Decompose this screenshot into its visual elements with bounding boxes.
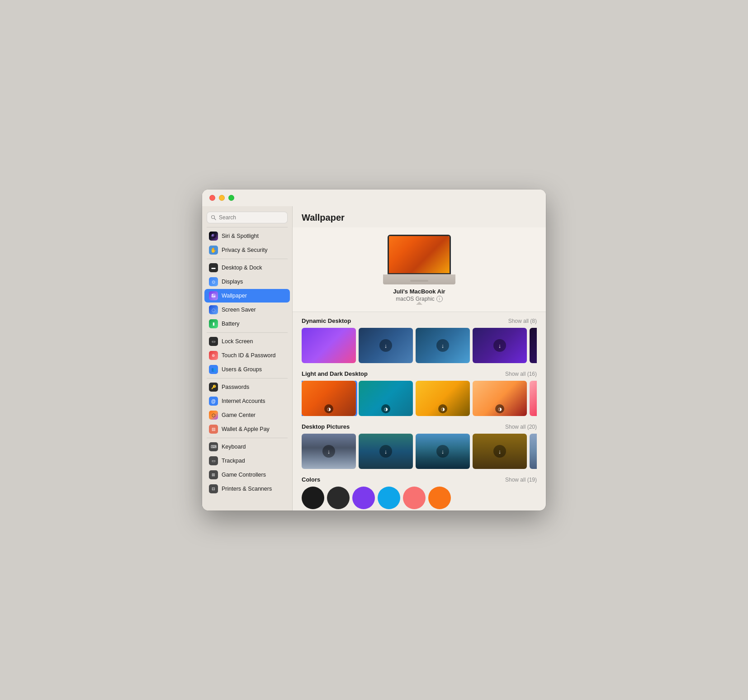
laptop-wallpaper-preview bbox=[389, 236, 450, 273]
sidebar-item-passwords[interactable]: 🔑 Passwords bbox=[204, 380, 290, 394]
wallpaper-icon bbox=[209, 291, 218, 300]
light-dark-badge: ◑ bbox=[324, 404, 333, 413]
color-swatch[interactable] bbox=[302, 487, 324, 509]
users-icon: 👥 bbox=[209, 365, 218, 374]
wallpaper-thumb[interactable]: ◑ bbox=[359, 381, 413, 416]
light-dark-badge: ◑ bbox=[438, 404, 447, 413]
maximize-button[interactable] bbox=[228, 195, 234, 201]
sidebar-item-wallet[interactable]: ▤ Wallet & Apple Pay bbox=[204, 422, 290, 436]
colors-grid bbox=[302, 487, 537, 509]
sidebar-item-privacy-security[interactable]: ✋ Privacy & Security bbox=[204, 243, 290, 257]
sidebar-item-label: Screen Saver bbox=[222, 307, 256, 313]
sidebar-item-trackpad[interactable]: ▭ Trackpad bbox=[204, 454, 290, 468]
trackpad-icon: ▭ bbox=[209, 456, 218, 465]
dynamic-desktop-title: Dynamic Desktop bbox=[302, 317, 351, 324]
wallpaper-thumb[interactable]: ↓ bbox=[416, 434, 470, 469]
sidebar-item-label: Users & Groups bbox=[222, 366, 262, 373]
sidebar: Siri & Spotlight ✋ Privacy & Security ▬ … bbox=[202, 206, 293, 511]
sidebar-item-screensaver[interactable]: ◌ Screen Saver bbox=[204, 303, 290, 317]
color-swatch[interactable] bbox=[403, 487, 426, 509]
light-dark-header: Light and Dark Desktop Show all (16) bbox=[302, 370, 537, 377]
light-dark-show-all[interactable]: Show all (16) bbox=[505, 371, 537, 377]
download-badge: ↓ bbox=[379, 339, 392, 352]
sidebar-item-touchid[interactable]: ⊕ Touch ID & Password bbox=[204, 349, 290, 362]
sidebar-item-desktop-dock[interactable]: ▬ Desktop & Dock bbox=[204, 261, 290, 274]
sidebar-item-internet[interactable]: @ Internet Accounts bbox=[204, 394, 290, 408]
color-swatch[interactable] bbox=[352, 487, 375, 509]
wallpaper-thumb[interactable]: ◑ bbox=[416, 381, 470, 416]
sidebar-item-label: Desktop & Dock bbox=[222, 265, 262, 271]
download-badge: ↓ bbox=[493, 445, 506, 458]
wallpaper-thumb[interactable] bbox=[302, 328, 356, 363]
sidebar-item-label: Printers & Scanners bbox=[222, 486, 272, 492]
main-content: Wallpaper Juli's MacBook Air macOS Graph… bbox=[293, 206, 546, 511]
sidebar-item-label: Lock Screen bbox=[222, 338, 253, 345]
system-preferences-window: Siri & Spotlight ✋ Privacy & Security ▬ … bbox=[202, 189, 546, 511]
sidebar-item-users[interactable]: 👥 Users & Groups bbox=[204, 363, 290, 376]
sidebar-separator-4 bbox=[207, 378, 288, 378]
wallet-icon: ▤ bbox=[209, 425, 218, 434]
device-name: Juli's MacBook Air bbox=[393, 288, 445, 295]
colors-show-all[interactable]: Show all (19) bbox=[505, 477, 537, 483]
sidebar-item-label: Game Controllers bbox=[222, 472, 266, 478]
sidebar-item-battery[interactable]: ▮ Battery bbox=[204, 317, 290, 331]
light-dark-badge: ◑ bbox=[495, 404, 504, 413]
sidebar-item-gamecontrollers[interactable]: ⊞ Game Controllers bbox=[204, 468, 290, 482]
sidebar-separator-top bbox=[207, 227, 288, 227]
sidebar-item-wallpaper[interactable]: Wallpaper bbox=[204, 289, 290, 303]
sidebar-item-displays[interactable]: ⊙ Displays bbox=[204, 275, 290, 289]
content-area: Siri & Spotlight ✋ Privacy & Security ▬ … bbox=[202, 206, 546, 511]
svg-point-3 bbox=[211, 293, 216, 298]
close-button[interactable] bbox=[209, 195, 215, 201]
desktop-pictures-header: Desktop Pictures Show all (20) bbox=[302, 423, 537, 430]
preview-section: Juli's MacBook Air macOS Graphic i bbox=[293, 227, 546, 312]
sidebar-item-label: Battery bbox=[222, 321, 240, 327]
wallpaper-thumb[interactable]: ◑ bbox=[302, 381, 356, 416]
dynamic-desktop-header: Dynamic Desktop Show all (8) bbox=[302, 317, 537, 324]
download-badge: ↓ bbox=[436, 445, 449, 458]
sidebar-item-printers[interactable]: ⊟ Printers & Scanners bbox=[204, 482, 290, 496]
wallpaper-thumb[interactable]: ↓ bbox=[416, 328, 470, 363]
light-dark-badge: ◑ bbox=[381, 404, 390, 413]
wallpaper-thumb[interactable]: ↓ bbox=[359, 434, 413, 469]
wallpaper-thumb[interactable] bbox=[530, 328, 537, 363]
sidebar-item-keyboard[interactable]: ⌨ Keyboard bbox=[204, 440, 290, 454]
sidebar-item-gamecenter[interactable]: ⬡ Game Center bbox=[204, 408, 290, 422]
device-subtitle: macOS Graphic i bbox=[396, 296, 442, 302]
displays-icon: ⊙ bbox=[209, 277, 218, 286]
privacy-security-icon: ✋ bbox=[209, 246, 218, 255]
sidebar-item-lockscreen[interactable]: ▭ Lock Screen bbox=[204, 335, 290, 348]
wallpaper-thumb[interactable]: ↓ bbox=[302, 434, 356, 469]
search-bar[interactable] bbox=[207, 212, 288, 223]
gamecenter-icon: ⬡ bbox=[209, 411, 218, 420]
color-swatch[interactable] bbox=[378, 487, 400, 509]
info-icon: i bbox=[439, 297, 440, 301]
light-dark-title: Light and Dark Desktop bbox=[302, 370, 368, 377]
internet-icon: @ bbox=[209, 397, 218, 406]
wallpaper-thumb[interactable] bbox=[530, 434, 537, 469]
search-input[interactable] bbox=[219, 214, 284, 221]
wallpaper-thumb[interactable]: ↓ bbox=[473, 328, 527, 363]
color-swatch[interactable] bbox=[428, 487, 451, 509]
wallpaper-thumb[interactable]: ◑ bbox=[473, 381, 527, 416]
sidebar-item-label: Internet Accounts bbox=[222, 398, 265, 404]
dynamic-desktop-show-all[interactable]: Show all (8) bbox=[508, 318, 537, 324]
desktop-pictures-show-all[interactable]: Show all (20) bbox=[505, 424, 537, 430]
wallpaper-thumb[interactable]: ↓ bbox=[359, 328, 413, 363]
wallpaper-thumb[interactable]: ↓ bbox=[473, 434, 527, 469]
colors-header: Colors Show all (19) bbox=[302, 476, 537, 483]
minimize-button[interactable] bbox=[219, 195, 225, 201]
lockscreen-icon: ▭ bbox=[209, 337, 218, 346]
sidebar-item-label: Wallet & Apple Pay bbox=[222, 426, 270, 432]
info-button[interactable]: i bbox=[436, 296, 443, 302]
desktop-dock-icon: ▬ bbox=[209, 263, 218, 272]
download-badge: ↓ bbox=[436, 339, 449, 352]
traffic-lights bbox=[209, 195, 234, 201]
wallpaper-thumb[interactable]: ◑ bbox=[530, 381, 537, 416]
sidebar-item-label: Game Center bbox=[222, 412, 256, 418]
color-swatch[interactable] bbox=[327, 487, 350, 509]
svg-line-1 bbox=[214, 218, 216, 220]
collapse-chevron-icon[interactable] bbox=[416, 302, 422, 305]
laptop-screen bbox=[388, 235, 451, 274]
sidebar-item-siri-spotlight[interactable]: Siri & Spotlight bbox=[204, 229, 290, 243]
